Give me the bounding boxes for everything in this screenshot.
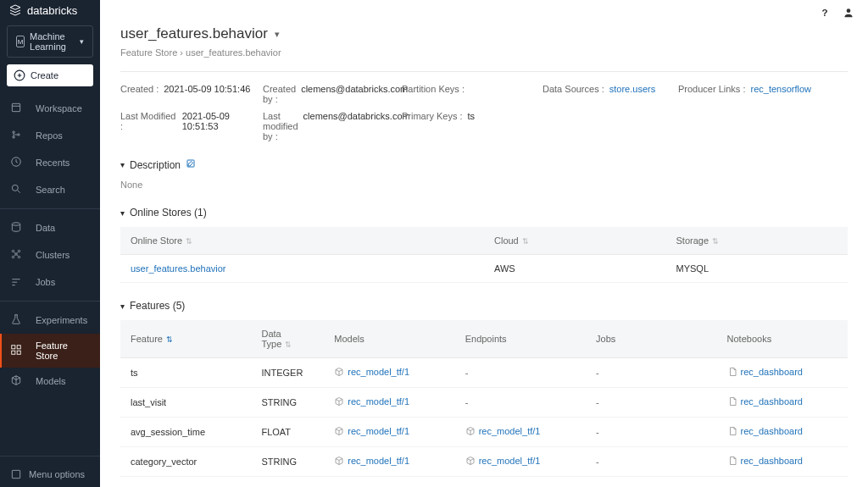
models-icon bbox=[10, 374, 29, 388]
model-link[interactable]: rec_model_tf/1 bbox=[334, 396, 409, 407]
table-row: category_vectorSTRING rec_model_tf/1 rec… bbox=[120, 447, 848, 477]
data-type-cell: STRING bbox=[251, 447, 324, 477]
sidebar-item-models[interactable]: Models bbox=[0, 368, 100, 395]
plus-circle-icon bbox=[14, 69, 25, 81]
svg-point-10 bbox=[12, 256, 14, 257]
svg-point-9 bbox=[18, 250, 19, 252]
model-link[interactable]: rec_model_tf/1 bbox=[334, 426, 409, 436]
sidebar-item-recents[interactable]: Recents bbox=[0, 149, 100, 176]
features-table: Feature⇅ Data Type⇅ Models Endpoints Job… bbox=[120, 320, 848, 477]
col-notebooks[interactable]: Notebooks bbox=[717, 320, 848, 358]
sidebar-item-feature-store[interactable]: Feature Store bbox=[0, 334, 100, 368]
features-header[interactable]: ▾ Features (5) bbox=[120, 300, 848, 312]
workspace-icon bbox=[10, 102, 29, 115]
sort-icon: ⇅ bbox=[285, 340, 292, 349]
feature-name: ts bbox=[120, 358, 251, 388]
col-models[interactable]: Models bbox=[324, 320, 454, 358]
sort-icon: ⇅ bbox=[522, 237, 529, 246]
col-feature[interactable]: Feature⇅ bbox=[120, 320, 251, 358]
jobs-icon bbox=[10, 275, 29, 289]
storage-cell: MYSQL bbox=[666, 255, 849, 283]
model-link[interactable]: rec_model_tf/1 bbox=[334, 367, 409, 377]
data-type-cell: STRING bbox=[251, 388, 324, 418]
sidebar-item-label: Recents bbox=[36, 158, 70, 168]
sidebar-item-repos[interactable]: Repos bbox=[0, 122, 100, 149]
breadcrumb-root[interactable]: Feature Store bbox=[120, 47, 177, 58]
create-label: Create bbox=[31, 70, 58, 80]
features-title: Features (5) bbox=[130, 300, 185, 312]
job-empty: - bbox=[596, 457, 599, 467]
feature-name: avg_session_time bbox=[120, 418, 251, 447]
svg-rect-14 bbox=[17, 346, 20, 349]
nav-group-2: DataClustersJobs bbox=[0, 214, 100, 296]
topbar: ? bbox=[100, 0, 868, 25]
notebook-link[interactable]: rec_dashboard bbox=[727, 426, 803, 436]
sort-icon: ⇅ bbox=[166, 335, 173, 344]
notebook-link[interactable]: rec_dashboard bbox=[727, 456, 803, 466]
title-dropdown-icon[interactable]: ▾ bbox=[275, 29, 280, 40]
sidebar-item-workspace[interactable]: Workspace bbox=[0, 95, 100, 122]
recents-icon bbox=[10, 156, 29, 169]
model-link[interactable]: rec_model_tf/1 bbox=[334, 456, 409, 466]
col-online-store[interactable]: Online Store⇅ bbox=[120, 227, 484, 255]
brand-name: databricks bbox=[27, 4, 77, 17]
disclosure-triangle-icon: ▾ bbox=[120, 208, 125, 218]
sidebar: databricks M Machine Learning ▾ Create W… bbox=[0, 0, 100, 487]
sidebar-item-experiments[interactable]: Experiments bbox=[0, 307, 100, 334]
sidebar-divider bbox=[0, 301, 100, 302]
job-empty: - bbox=[596, 368, 599, 378]
sidebar-item-jobs[interactable]: Jobs bbox=[0, 268, 100, 296]
endpoint-empty: - bbox=[465, 368, 469, 378]
created-by-value: clemens@databricks.com bbox=[301, 84, 408, 104]
online-stores-header[interactable]: ▾ Online Stores (1) bbox=[120, 207, 848, 219]
sidebar-item-label: Jobs bbox=[36, 277, 55, 287]
data-type-cell: INTEGER bbox=[251, 358, 324, 388]
title-row: user_features.behavior ▾ bbox=[120, 25, 848, 42]
sort-icon: ⇅ bbox=[712, 237, 719, 246]
data-sources-link[interactable]: store.users bbox=[609, 84, 655, 104]
sidebar-item-label: Data bbox=[36, 223, 55, 233]
databricks-logo-icon bbox=[8, 3, 22, 17]
nav-group-3: ExperimentsFeature StoreModels bbox=[0, 307, 100, 395]
sidebar-item-clusters[interactable]: Clusters bbox=[0, 241, 100, 268]
menu-options-button[interactable]: Menu options bbox=[0, 462, 100, 487]
sidebar-item-label: Feature Store bbox=[36, 340, 90, 361]
sidebar-divider bbox=[0, 208, 100, 209]
table-row: last_visitSTRING rec_model_tf/1-- rec_da… bbox=[120, 388, 848, 418]
table-row: tsINTEGER rec_model_tf/1-- rec_dashboard bbox=[120, 358, 848, 388]
data-sources-label: Data Sources : bbox=[542, 84, 604, 104]
endpoint-link[interactable]: rec_model_tf/1 bbox=[465, 456, 541, 466]
endpoint-link[interactable]: rec_model_tf/1 bbox=[465, 426, 541, 436]
sidebar-item-data[interactable]: Data bbox=[0, 214, 100, 241]
producer-links-label: Producer Links : bbox=[678, 84, 745, 104]
sidebar-item-search[interactable]: Search bbox=[0, 176, 100, 203]
producer-link[interactable]: rec_tensorflow bbox=[750, 84, 811, 104]
features-section: ▾ Features (5) Feature⇅ Data Type⇅ Model… bbox=[120, 300, 848, 477]
col-jobs[interactable]: Jobs bbox=[586, 320, 716, 358]
notebook-link[interactable]: rec_dashboard bbox=[727, 367, 803, 377]
svg-rect-17 bbox=[12, 470, 19, 478]
svg-rect-13 bbox=[12, 346, 15, 349]
created-label: Created : bbox=[120, 84, 159, 104]
disclosure-triangle-icon: ▾ bbox=[120, 160, 125, 169]
description-section: ▾ Description None bbox=[120, 158, 848, 190]
col-cloud[interactable]: Cloud⇅ bbox=[484, 227, 666, 255]
svg-point-2 bbox=[13, 131, 14, 133]
description-header[interactable]: ▾ Description bbox=[120, 158, 848, 171]
feature-icon bbox=[10, 344, 29, 357]
col-storage[interactable]: Storage⇅ bbox=[666, 227, 849, 255]
persona-selector[interactable]: M Machine Learning ▾ bbox=[7, 25, 93, 58]
primary-keys-label: Primary Keys : bbox=[402, 111, 463, 141]
cloud-cell: AWS bbox=[484, 255, 666, 283]
edit-icon[interactable] bbox=[186, 158, 196, 171]
divider bbox=[120, 71, 848, 72]
svg-rect-15 bbox=[12, 351, 15, 354]
online-store-link[interactable]: user_features.behavior bbox=[131, 263, 226, 274]
help-icon[interactable]: ? bbox=[819, 7, 831, 19]
user-icon[interactable] bbox=[843, 7, 854, 19]
col-endpoints[interactable]: Endpoints bbox=[455, 320, 586, 358]
col-data-type[interactable]: Data Type⇅ bbox=[251, 320, 324, 358]
create-button[interactable]: Create bbox=[7, 64, 93, 86]
description-value: None bbox=[120, 180, 848, 190]
notebook-link[interactable]: rec_dashboard bbox=[727, 396, 803, 407]
